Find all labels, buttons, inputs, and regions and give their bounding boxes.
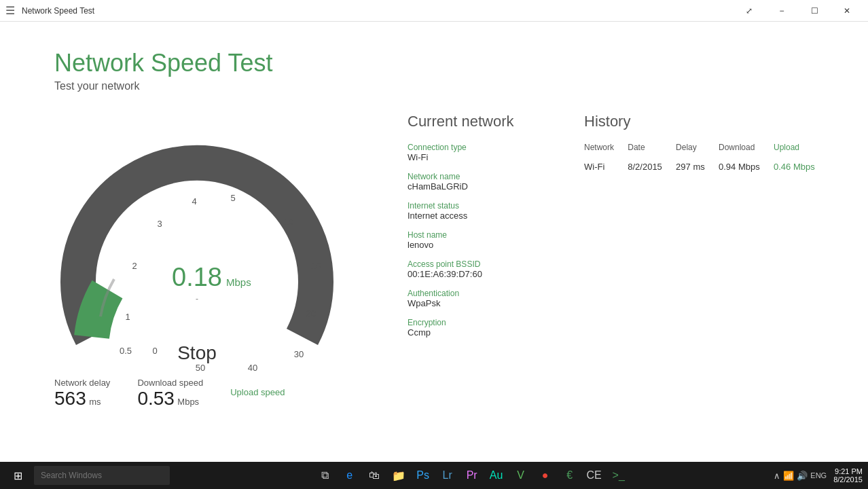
- internet-status-item: Internet status Internet access: [408, 201, 543, 221]
- language-label: ENG: [810, 471, 827, 479]
- vectr-icon[interactable]: V: [511, 466, 530, 485]
- history-header-row: Network Date Delay Download Upload: [584, 143, 829, 158]
- svg-text:3: 3: [157, 219, 162, 229]
- history-col-date: Date: [628, 143, 676, 158]
- history-cell-upload: 0.46 Mbps: [774, 158, 829, 176]
- history-cell-date: 8/2/2015: [628, 158, 676, 176]
- network-name-value: cHamBaLGRiD: [408, 181, 543, 192]
- title-bar-title: Network Speed Test: [22, 6, 94, 16]
- ce-icon[interactable]: CE: [585, 466, 604, 485]
- info-panels: Current network Connection type Wi-Fi Ne…: [408, 113, 829, 448]
- title-bar-left: ☰ Network Speed Test: [5, 4, 94, 17]
- history-table-row: Wi-Fi8/2/2015297 ms0.94 Mbps0.46 Mbps: [584, 158, 829, 176]
- svg-text:Mbps: Mbps: [226, 276, 251, 288]
- chevron-up-icon[interactable]: ∧: [774, 471, 780, 481]
- connection-type-item: Connection type Wi-Fi: [408, 143, 543, 162]
- svg-text:20: 20: [306, 308, 316, 319]
- host-name-item: Host name lenovo: [408, 230, 543, 250]
- history-title: History: [584, 113, 829, 130]
- svg-text:0: 0: [152, 346, 157, 356]
- taskbar-sys-icons: ∧ 📶 🔊 ENG: [774, 471, 827, 481]
- current-network-panel: Current network Connection type Wi-Fi Ne…: [408, 113, 543, 448]
- store-icon[interactable]: 🛍: [365, 466, 384, 485]
- maximize-button[interactable]: ☐: [799, 0, 830, 22]
- expand-button[interactable]: ⤢: [734, 0, 765, 22]
- authentication-label: Authentication: [408, 289, 543, 298]
- authentication-value: WpaPsk: [408, 298, 543, 308]
- download-speed-value-row: 0.53 Mbps: [137, 388, 203, 410]
- metrics-row: Network delay 563 ms Download speed 0.53…: [54, 378, 285, 410]
- close-button[interactable]: ✕: [831, 0, 863, 22]
- access-point-bssid-value: 00:1E:A6:39:D7:60: [408, 269, 543, 279]
- history-cell-network: Wi-Fi: [584, 158, 628, 176]
- title-bar-controls: ⤢ − ☐ ✕: [734, 0, 863, 22]
- edge-icon[interactable]: e: [340, 466, 359, 485]
- upload-speed-label: Upload speed: [230, 387, 285, 397]
- svg-text:2: 2: [132, 261, 137, 271]
- chrome-icon[interactable]: ●: [536, 466, 555, 485]
- network-delay-unit: ms: [89, 397, 101, 407]
- history-col-upload: Upload: [774, 143, 829, 158]
- photoshop-icon[interactable]: Ps: [414, 466, 433, 485]
- download-speed-metric: Download speed 0.53 Mbps: [137, 378, 203, 410]
- history-panel: History Network Date Delay Download Uplo…: [584, 113, 829, 448]
- audition-icon[interactable]: Au: [487, 466, 506, 485]
- download-speed-value: 0.53: [137, 388, 175, 409]
- network-delay-value: 563: [54, 388, 86, 409]
- history-col-download: Download: [719, 143, 774, 158]
- minimize-button[interactable]: −: [766, 0, 797, 22]
- network-delay-label: Network delay: [54, 378, 110, 388]
- taskbar-app-icons: ⧉ e 🛍 📁 Ps Lr Pr Au V ● € CE >_: [316, 466, 628, 485]
- history-table: Network Date Delay Download Upload Wi-Fi…: [584, 143, 829, 176]
- svg-text:1: 1: [125, 312, 130, 322]
- svg-text:15: 15: [311, 261, 321, 271]
- network-delay-value-row: 563 ms: [54, 388, 110, 410]
- encryption-label: Encryption: [408, 318, 543, 327]
- premiere-icon[interactable]: Pr: [463, 466, 482, 485]
- explorer-icon[interactable]: 📁: [389, 466, 408, 485]
- main-row: 0 0.5 1 2 3 4 5 10 15: [54, 113, 827, 448]
- hamburger-icon[interactable]: ☰: [5, 4, 15, 17]
- svg-text:10: 10: [284, 217, 293, 227]
- title-bar: ☰ Network Speed Test ⤢ − ☐ ✕: [0, 0, 868, 22]
- taskbar-clock: 9:21 PM 8/2/2015: [833, 467, 863, 484]
- upload-speed-metric: Upload speed: [230, 378, 285, 410]
- task-view-icon[interactable]: ⧉: [316, 466, 335, 485]
- connection-type-value: Wi-Fi: [408, 152, 543, 162]
- encryption-value: Ccmp: [408, 327, 543, 338]
- currency-icon[interactable]: €: [560, 466, 579, 485]
- download-speed-unit: Mbps: [177, 397, 199, 407]
- history-cell-download: 0.94 Mbps: [719, 158, 774, 176]
- connection-type-label: Connection type: [408, 143, 543, 152]
- host-name-value: lenovo: [408, 240, 543, 250]
- svg-text:0.5: 0.5: [120, 346, 132, 356]
- taskbar-search-input[interactable]: [34, 466, 170, 485]
- network-name-item: Network name cHamBaLGRiD: [408, 172, 543, 192]
- taskbar-right: ∧ 📶 🔊 ENG 9:21 PM 8/2/2015: [774, 467, 863, 484]
- taskbar-time: 9:21 PM: [835, 467, 863, 475]
- access-point-bssid-item: Access point BSSID 00:1E:A6:39:D7:60: [408, 259, 543, 279]
- stop-button[interactable]: Stop: [177, 342, 217, 364]
- encryption-item: Encryption Ccmp: [408, 318, 543, 338]
- svg-text:4: 4: [192, 196, 196, 206]
- svg-text:0.18: 0.18: [172, 263, 222, 291]
- access-point-bssid-label: Access point BSSID: [408, 259, 543, 269]
- svg-text:5: 5: [230, 193, 235, 203]
- svg-text:30: 30: [294, 349, 304, 359]
- app-content: Network Speed Test Test your network 0 0…: [0, 22, 868, 462]
- terminal-icon[interactable]: >_: [609, 466, 628, 485]
- history-cell-delay: 297 ms: [676, 158, 719, 176]
- app-title: Network Speed Test: [54, 49, 827, 77]
- start-button[interactable]: ⊞: [5, 463, 30, 488]
- history-col-delay: Delay: [676, 143, 719, 158]
- taskbar-date: 8/2/2015: [833, 475, 863, 484]
- network-delay-metric: Network delay 563 ms: [54, 378, 110, 410]
- volume-icon[interactable]: 🔊: [797, 471, 808, 481]
- gauge-section: 0 0.5 1 2 3 4 5 10 15: [54, 113, 408, 448]
- svg-text:-: -: [196, 294, 198, 304]
- authentication-item: Authentication WpaPsk: [408, 289, 543, 308]
- current-network-title: Current network: [408, 113, 543, 130]
- network-icon[interactable]: 📶: [783, 471, 794, 481]
- lightroom-icon[interactable]: Lr: [438, 466, 457, 485]
- gauge-svg: 0 0.5 1 2 3 4 5 10 15: [54, 113, 340, 371]
